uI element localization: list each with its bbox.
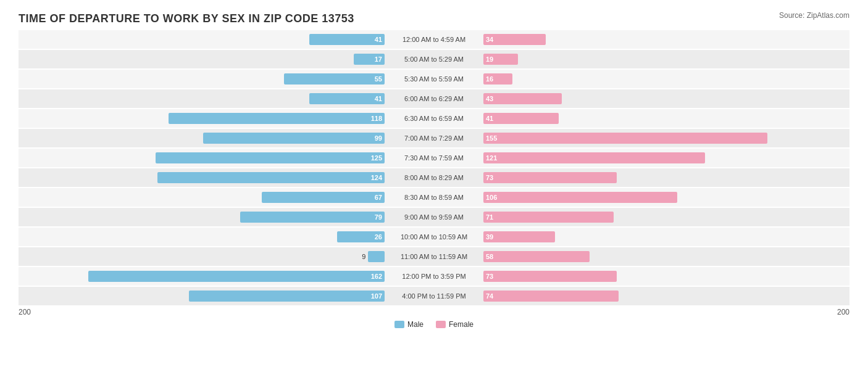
chart-container: TIME OF DEPARTURE TO WORK BY SEX IN ZIP …	[0, 0, 868, 367]
female-bar	[483, 133, 767, 144]
time-label: 6:30 AM to 6:59 AM	[385, 115, 483, 122]
source-text: Source: ZipAtlas.com	[779, 11, 849, 20]
time-label: 7:30 AM to 7:59 AM	[385, 154, 483, 162]
male-value: 162	[371, 273, 382, 280]
legend-male: Male	[394, 320, 424, 329]
male-bar	[157, 172, 385, 183]
male-bar	[368, 251, 385, 262]
time-label: 8:30 AM to 8:59 AM	[385, 194, 483, 201]
right-section: 34	[434, 30, 849, 49]
time-label: 6:00 AM to 6:29 AM	[385, 95, 483, 102]
time-label: 8:00 AM to 8:29 AM	[385, 174, 483, 181]
right-section: 106	[434, 188, 849, 207]
left-section: 26	[19, 228, 434, 246]
bar-row: 55 5:30 AM to 5:59 AM 16	[19, 70, 849, 88]
female-bar	[483, 93, 562, 104]
male-value: 9	[362, 253, 365, 260]
female-value: 41	[486, 115, 493, 122]
male-bar	[88, 271, 385, 282]
female-value: 16	[486, 75, 493, 83]
left-section: 17	[19, 50, 434, 68]
time-label: 11:00 AM to 11:59 AM	[385, 253, 483, 260]
female-bar	[483, 152, 705, 163]
female-bar	[483, 231, 555, 242]
bar-row: 99 7:00 AM to 7:29 AM 155	[19, 129, 849, 147]
bar-row: 162 12:00 PM to 3:59 PM 73	[19, 267, 849, 286]
female-value: 73	[486, 273, 493, 280]
male-bar	[203, 133, 385, 144]
left-section: 79	[19, 208, 434, 226]
male-value: 41	[375, 95, 382, 102]
male-value: 124	[371, 174, 382, 181]
female-bar	[483, 271, 617, 282]
female-bar	[483, 172, 617, 183]
bar-row: 118 6:30 AM to 6:59 AM 41	[19, 109, 849, 128]
male-value: 79	[375, 213, 382, 221]
left-section: 41	[19, 89, 434, 108]
female-value: 106	[486, 194, 497, 201]
female-bar	[483, 291, 619, 302]
bar-row: 124 8:00 AM to 8:29 AM 73	[19, 168, 849, 187]
male-value: 26	[375, 233, 382, 241]
legend-female: Female	[436, 320, 474, 329]
bar-row: 26 10:00 AM to 10:59 AM 39	[19, 228, 849, 246]
bar-row: 41 12:00 AM to 4:59 AM 34	[19, 30, 849, 49]
female-value: 39	[486, 233, 493, 241]
right-section: 16	[434, 70, 849, 88]
right-section: 155	[434, 129, 849, 147]
axis-labels: 200 200	[19, 308, 849, 316]
left-section: 162	[19, 267, 434, 286]
male-value: 99	[375, 134, 382, 142]
time-label: 12:00 AM to 4:59 AM	[385, 36, 483, 43]
time-label: 4:00 PM to 11:59 PM	[385, 292, 483, 300]
male-bar	[284, 73, 385, 85]
legend-female-label: Female	[449, 320, 474, 329]
bar-row: 17 5:00 AM to 5:29 AM 19	[19, 50, 849, 68]
male-value: 41	[375, 36, 382, 43]
female-bar	[483, 113, 559, 124]
right-section: 71	[434, 208, 849, 226]
left-section: 125	[19, 149, 434, 167]
left-section: 118	[19, 109, 434, 128]
right-section: 19	[434, 50, 849, 68]
time-label: 12:00 PM to 3:59 PM	[385, 273, 483, 280]
legend-female-box	[436, 321, 446, 328]
time-label: 7:00 AM to 7:29 AM	[385, 134, 483, 142]
left-section: 107	[19, 287, 434, 305]
male-bar	[262, 192, 385, 203]
male-bar	[156, 152, 385, 163]
right-section: 73	[434, 267, 849, 286]
right-section: 121	[434, 149, 849, 167]
bar-row: 107 4:00 PM to 11:59 PM 74	[19, 287, 849, 305]
male-value: 125	[371, 154, 382, 162]
male-bar	[240, 212, 385, 223]
right-section: 39	[434, 228, 849, 246]
axis-left: 200	[19, 308, 31, 316]
bar-row: 125 7:30 AM to 7:59 AM 121	[19, 149, 849, 167]
female-value: 58	[486, 253, 493, 260]
time-label: 5:30 AM to 5:59 AM	[385, 75, 483, 83]
legend-male-box	[394, 321, 404, 328]
female-value: 71	[486, 213, 493, 221]
left-section: 124	[19, 168, 434, 187]
chart-area: 41 12:00 AM to 4:59 AM 34 17 5:00 AM to …	[19, 30, 849, 305]
chart-title: TIME OF DEPARTURE TO WORK BY SEX IN ZIP …	[19, 12, 849, 25]
right-section: 43	[434, 89, 849, 108]
male-value: 107	[371, 292, 382, 300]
female-bar	[483, 251, 590, 262]
left-section: 67	[19, 188, 434, 207]
female-value: 19	[486, 56, 493, 63]
male-bar	[189, 291, 385, 302]
right-section: 73	[434, 168, 849, 187]
male-value: 17	[375, 56, 382, 63]
bar-row: 41 6:00 AM to 6:29 AM 43	[19, 89, 849, 108]
male-bar	[169, 113, 385, 124]
time-label: 10:00 AM to 10:59 AM	[385, 233, 483, 241]
male-value: 118	[371, 115, 382, 122]
bar-row: 67 8:30 AM to 8:59 AM 106	[19, 188, 849, 207]
bar-row: 79 9:00 AM to 9:59 AM 71	[19, 208, 849, 226]
left-section: 55	[19, 70, 434, 88]
male-value: 67	[375, 194, 382, 201]
right-section: 41	[434, 109, 849, 128]
female-value: 34	[486, 36, 493, 43]
